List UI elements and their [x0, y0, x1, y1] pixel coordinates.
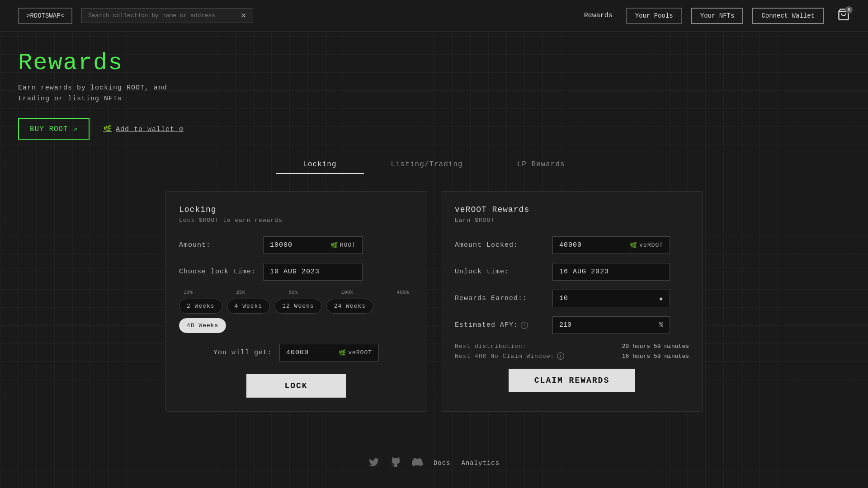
week-btn-2[interactable]: 2 Weeks	[179, 299, 222, 314]
analytics-link[interactable]: Analytics	[461, 460, 500, 467]
unlock-time-row: Unlock time: 16 AUG 2023	[455, 263, 689, 281]
lock-time-section: 10% 25% 50% 100% 400% 2 Weeks 4 Weeks 12…	[179, 290, 413, 333]
veroot-card: veROOT Rewards Earn $ROOT Amount Locked:…	[441, 191, 703, 412]
discord-icon[interactable]	[412, 457, 423, 469]
amount-input[interactable]: 10000 🌿 ROOT	[263, 236, 363, 254]
estimated-apy-row: Estimated APY: i 210 %	[455, 316, 689, 334]
4hr-info-icon[interactable]: i	[557, 352, 564, 360]
lock-button[interactable]: LOCK	[246, 374, 346, 398]
week-btn-12[interactable]: 12 Weeks	[274, 299, 321, 314]
week-buttons: 2 Weeks 4 Weeks 12 Weeks 24 Weeks 48 Wee…	[179, 299, 413, 333]
page-title: Rewards	[18, 50, 850, 76]
pct-label-1: 25%	[236, 290, 245, 295]
week-btn-4[interactable]: 4 Weeks	[227, 299, 270, 314]
week-btn-48[interactable]: 48 Weeks	[179, 318, 226, 333]
locking-card-subtitle: Lock $ROOT to earn rewards	[179, 217, 413, 224]
rewards-earned-row: Rewards Earned:: 10 ◆	[455, 290, 689, 307]
locking-card: Locking Lock $ROOT to earn rewards Amoun…	[165, 191, 427, 412]
estimated-apy-label: Estimated APY: i	[455, 321, 545, 329]
cards-row: Locking Lock $ROOT to earn rewards Amoun…	[18, 191, 850, 412]
next-4hr-row: Next 4HR No Claim Window: i 16 hours 59 …	[455, 352, 689, 360]
nav-your-pools-button[interactable]: Your Pools	[626, 8, 682, 24]
amount-locked-label: Amount Locked:	[455, 241, 545, 249]
lock-time-input[interactable]: 10 AUG 2023	[263, 263, 363, 281]
veroot-card-title: veROOT Rewards	[455, 205, 689, 214]
amount-label: Amount:	[179, 241, 256, 249]
nav-rewards-link[interactable]: Rewards	[584, 12, 613, 19]
tab-listing-trading[interactable]: Listing/Trading	[364, 156, 490, 173]
amount-locked-value: 40000 🌿 veROOT	[552, 236, 670, 254]
next-4hr-value: 16 hours 59 minutes	[622, 353, 689, 360]
search-input[interactable]	[88, 12, 237, 19]
lock-time-row: Choose lock time: 10 AUG 2023	[179, 263, 413, 281]
search-clear-button[interactable]: ✕	[241, 11, 246, 20]
unlock-time-value: 16 AUG 2023	[552, 263, 670, 281]
cart-badge: 0	[845, 6, 853, 14]
tabs-nav: Locking Listing/Trading LP Rewards	[18, 156, 850, 173]
locking-card-title: Locking	[179, 205, 413, 214]
cart-icon[interactable]: 0	[837, 8, 850, 23]
tab-locking[interactable]: Locking	[276, 156, 363, 173]
page-subtitle: Earn rewards by locking ROOT, and tradin…	[18, 83, 850, 104]
logo-button[interactable]: >ROOTSWAP<	[18, 8, 72, 24]
amount-row: Amount: 10000 🌿 ROOT	[179, 236, 413, 254]
connect-wallet-button[interactable]: Connect Wallet	[752, 8, 824, 24]
pct-label-3: 100%	[341, 290, 353, 295]
main-content: Rewards Earn rewards by locking ROOT, an…	[0, 32, 868, 412]
next-4hr-label: Next 4HR No Claim Window: i	[455, 352, 564, 360]
header: >ROOTSWAP< ✕ Rewards Your Pools Your NFT…	[0, 0, 868, 32]
rewards-earned-label: Rewards Earned::	[455, 295, 545, 302]
amount-locked-row: Amount Locked: 40000 🌿 veROOT	[455, 236, 689, 254]
pct-label-0: 10%	[184, 290, 193, 295]
you-will-get-value: 40000 🌿 veROOT	[279, 344, 379, 361]
github-icon[interactable]	[390, 457, 401, 469]
you-will-get-row: You will get: 40000 🌿 veROOT	[179, 344, 413, 361]
lock-time-label: Choose lock time:	[179, 268, 256, 276]
claim-rewards-button[interactable]: CLAIM REWARDS	[509, 369, 635, 392]
add-to-wallet-link[interactable]: 🌿 Add to wallet ⊕	[103, 125, 184, 133]
next-distribution-row: Next distribution: 20 hours 59 minutes	[455, 343, 689, 350]
apy-info-icon[interactable]: i	[521, 322, 528, 329]
pct-label-4: 400%	[397, 290, 409, 295]
unlock-time-label: Unlock time:	[455, 268, 545, 276]
buy-root-button[interactable]: BUY ROOT ↗	[18, 118, 90, 140]
slider-labels: 10% 25% 50% 100% 400%	[179, 290, 413, 295]
action-row: BUY ROOT ↗ 🌿 Add to wallet ⊕	[18, 118, 850, 140]
next-distribution-label: Next distribution:	[455, 343, 526, 350]
docs-link[interactable]: Docs	[434, 460, 451, 467]
twitter-icon[interactable]	[368, 457, 379, 469]
you-will-get-label: You will get:	[213, 349, 272, 357]
footer: Docs Analytics	[0, 439, 868, 488]
veroot-card-subtitle: Earn $ROOT	[455, 217, 689, 224]
next-distribution-value: 20 hours 59 minutes	[622, 343, 689, 350]
nav-your-nfts-button[interactable]: Your NFTs	[691, 8, 744, 24]
rewards-earned-value: 10 ◆	[552, 290, 670, 307]
tab-lp-rewards[interactable]: LP Rewards	[490, 156, 592, 173]
search-bar: ✕	[81, 8, 253, 23]
week-btn-24[interactable]: 24 Weeks	[326, 299, 373, 314]
estimated-apy-value: 210 %	[552, 316, 670, 334]
pct-label-2: 50%	[289, 290, 298, 295]
